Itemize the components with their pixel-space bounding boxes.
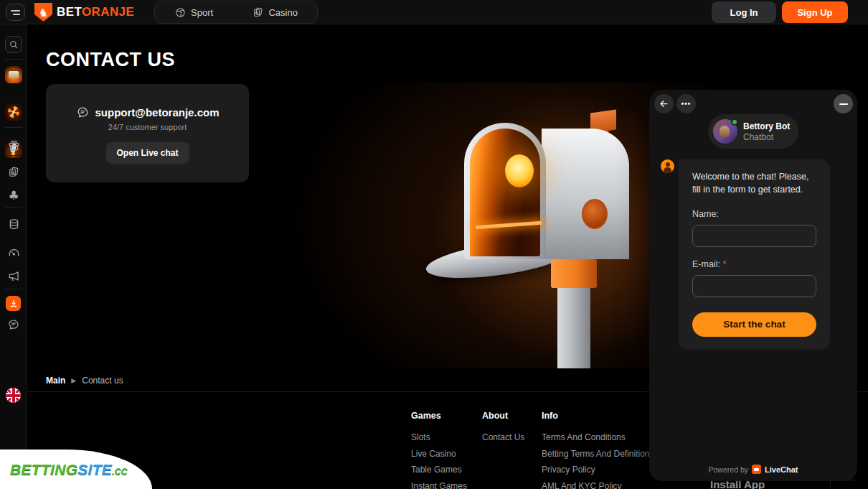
breadcrumb-separator-icon: ▶ bbox=[71, 377, 76, 384]
sidebar-divider bbox=[5, 59, 22, 60]
footer-link[interactable]: AML And KYC Policy bbox=[542, 482, 654, 489]
footer-column-info: Info Terms And Conditions Betting Terms … bbox=[542, 411, 654, 489]
footer-link[interactable]: Instant Games bbox=[411, 482, 467, 489]
chat-bot-header: Bettory Bot Chatbot bbox=[708, 114, 798, 149]
language-uk-flag-icon[interactable] bbox=[6, 388, 21, 403]
minimize-icon bbox=[839, 103, 848, 105]
bettingsite-watermark-logo: BETTINGSITE.CC bbox=[0, 450, 152, 489]
footer-column-about: About Contact Us bbox=[482, 411, 524, 450]
page-title: CONTACT US bbox=[46, 49, 175, 71]
footer-column-title: Info bbox=[542, 411, 654, 421]
support-email[interactable]: support@betoranje.com bbox=[95, 106, 220, 118]
tab-sport-label: Sport bbox=[191, 7, 213, 18]
livechat-logo-icon bbox=[752, 465, 761, 474]
footer-column-title: About bbox=[482, 411, 524, 421]
casino-cards-icon bbox=[252, 6, 264, 19]
sidebar-divider bbox=[5, 207, 22, 208]
required-asterisk: * bbox=[722, 259, 726, 269]
menu-toggle-button[interactable] bbox=[6, 4, 25, 21]
coins-icon[interactable] bbox=[5, 215, 22, 233]
support-chat-icon bbox=[76, 106, 90, 119]
footer-link[interactable]: Terms And Conditions bbox=[542, 433, 654, 442]
bot-role: Chatbot bbox=[743, 132, 790, 142]
live-odds-gauge-icon[interactable] bbox=[5, 244, 22, 261]
signup-button[interactable]: Sign Up bbox=[782, 1, 848, 23]
powered-by-livechat[interactable]: Powered by LiveChat bbox=[649, 465, 857, 474]
sidebar-divider bbox=[5, 127, 22, 128]
support-chat-icon[interactable] bbox=[5, 316, 22, 333]
bonuses-gift-icon[interactable] bbox=[5, 136, 22, 154]
footer-link[interactable]: Betting Terms And Definitions bbox=[542, 450, 654, 458]
topbar: ♞ BETORANJE Sport Casino Log In Sign Up bbox=[0, 0, 868, 24]
email-field-label: E-mail: * bbox=[692, 259, 816, 269]
sport-ball-icon bbox=[174, 6, 187, 19]
start-chat-button[interactable]: Start the chat bbox=[692, 312, 816, 337]
footer-column-title: Games bbox=[411, 411, 467, 421]
tab-casino[interactable]: Casino bbox=[252, 6, 297, 19]
sidebar-divider bbox=[5, 289, 22, 289]
name-input[interactable] bbox=[692, 225, 816, 247]
brand-secondary: ORANJE bbox=[82, 5, 134, 19]
mailbox-body bbox=[542, 129, 629, 259]
bot-message-avatar bbox=[661, 159, 674, 173]
betoranje-contact-page: ♞ BETORANJE Sport Casino Log In Sign Up bbox=[0, 0, 868, 489]
name-field-label: Name: bbox=[692, 209, 816, 219]
brand-logo[interactable]: ♞ BETORANJE bbox=[34, 3, 134, 22]
mailbox-post-collar bbox=[551, 259, 597, 288]
footer-link[interactable]: Slots bbox=[411, 433, 467, 442]
breadcrumb-main-link[interactable]: Main bbox=[46, 376, 65, 386]
login-button[interactable]: Log In bbox=[712, 1, 776, 23]
back-arrow-icon bbox=[659, 98, 669, 109]
brand-primary: BET bbox=[57, 5, 82, 19]
casino-cards-icon[interactable] bbox=[5, 164, 22, 181]
online-status-dot bbox=[731, 118, 738, 126]
left-sidebar: ♣ bbox=[0, 24, 27, 489]
install-app-download-icon[interactable] bbox=[6, 296, 21, 311]
top-game-machine-icon[interactable] bbox=[5, 66, 22, 83]
support-subtitle: 24/7 customer support bbox=[46, 123, 249, 131]
sidebar-divider bbox=[5, 155, 22, 156]
section-tabs: Sport Casino bbox=[154, 1, 318, 24]
mailbox-flag-pivot bbox=[582, 199, 608, 229]
footer-column-games: Games Slots Live Casino Table Games Inst… bbox=[411, 411, 467, 489]
promotions-megaphone-icon[interactable] bbox=[5, 267, 22, 284]
watermark-suffix: .CC bbox=[112, 467, 128, 477]
ellipsis-icon: ••• bbox=[681, 100, 692, 108]
watermark-primary: BETTING bbox=[10, 461, 77, 478]
footer-link[interactable]: Contact Us bbox=[482, 433, 524, 442]
tab-casino-label: Casino bbox=[268, 7, 297, 18]
bot-avatar bbox=[713, 119, 737, 144]
chat-welcome-bubble: Welcome to the chat! Please, fill in the… bbox=[679, 159, 830, 350]
watermark-secondary: SITE bbox=[77, 461, 112, 478]
auth-actions: Log In Sign Up bbox=[712, 1, 848, 23]
welcome-message: Welcome to the chat! Please, fill in the… bbox=[692, 171, 816, 197]
bot-name: Bettory Bot bbox=[743, 121, 790, 132]
mailbox-glowing-orb bbox=[505, 154, 534, 187]
tab-sport[interactable]: Sport bbox=[174, 6, 213, 19]
powered-by-label: Powered by bbox=[709, 465, 748, 474]
breadcrumb-current: Contact us bbox=[82, 376, 123, 386]
mailbox-interior bbox=[470, 129, 540, 256]
livechat-widget: ••• Bettory Bot Chatbot Welcome to the c… bbox=[649, 90, 857, 481]
breadcrumb: Main ▶ Contact us bbox=[46, 376, 123, 386]
lion-shield-icon: ♞ bbox=[34, 3, 52, 22]
chat-back-button[interactable] bbox=[654, 94, 674, 113]
table-games-club-icon[interactable]: ♣ bbox=[5, 187, 22, 204]
contact-support-card: support@betoranje.com 24/7 customer supp… bbox=[46, 84, 249, 182]
chat-menu-button[interactable]: ••• bbox=[676, 94, 696, 113]
footer-link[interactable]: Table Games bbox=[411, 465, 467, 474]
search-icon[interactable] bbox=[5, 36, 22, 53]
wheel-game-icon[interactable] bbox=[5, 103, 22, 121]
email-input[interactable] bbox=[692, 275, 816, 297]
footer-link[interactable]: Privacy Policy bbox=[542, 465, 654, 474]
chat-minimize-button[interactable] bbox=[834, 94, 853, 113]
livechat-brand: LiveChat bbox=[765, 465, 798, 474]
footer-link[interactable]: Live Casino bbox=[411, 450, 467, 458]
open-live-chat-button[interactable]: Open Live chat bbox=[106, 142, 189, 164]
